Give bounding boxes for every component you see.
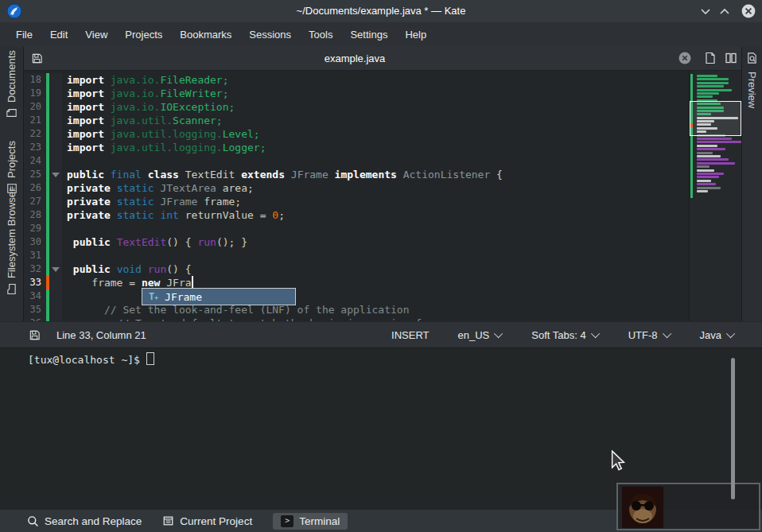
statusbar-soft-tabs-4[interactable]: Soft Tabs: 4: [531, 329, 599, 341]
class-completion-icon: T+: [149, 291, 158, 302]
line-number: 30: [24, 235, 46, 249]
minimap-row: [697, 148, 725, 150]
fold-arrow-icon[interactable]: [52, 173, 60, 177]
line-number: 33: [24, 276, 46, 289]
code-text: private static int returnValue = 0;: [67, 208, 285, 222]
monkey-avatar: [622, 487, 663, 528]
sidebar-item-preview[interactable]: Preview: [742, 47, 762, 108]
terminal-prompt: [tux@localhost ~]$: [28, 352, 154, 366]
menu-sessions[interactable]: Sessions: [240, 29, 300, 41]
code-line-24: 24: [24, 154, 741, 168]
new-document-icon[interactable]: [704, 52, 717, 64]
toolview-terminal[interactable]: >Terminal: [273, 513, 348, 530]
split-view-icon[interactable]: [725, 52, 737, 64]
toolview-current-project[interactable]: Current Project: [162, 515, 252, 527]
line-number: 19: [24, 87, 46, 100]
line-number: 21: [24, 114, 46, 127]
menu-tools[interactable]: Tools: [300, 29, 341, 41]
minimap-row: [697, 92, 719, 95]
code-editor[interactable]: 18import java.io.FileReader;19import jav…: [24, 71, 741, 321]
minimap-row: [697, 138, 732, 140]
code-text: import java.io.FileWriter;: [67, 87, 229, 100]
chevron-down-icon: [662, 329, 671, 338]
fold-column: [49, 289, 62, 303]
fold-column: [49, 208, 62, 222]
tab-bar: example.java: [24, 47, 741, 71]
minimap-row: [697, 165, 710, 168]
minimap-saved-bar: [690, 74, 693, 198]
minimap-row: [697, 78, 729, 80]
fold-column: [49, 87, 62, 100]
tab-example-java[interactable]: example.java: [24, 47, 686, 70]
sidebar-item-filesystem-browser[interactable]: Filesystem Browser: [0, 188, 23, 298]
minimap-row: [697, 169, 714, 172]
sidebar-item-label: Filesystem Browser: [6, 188, 17, 278]
statusbar-label: en_US: [458, 329, 490, 341]
menu-file[interactable]: File: [7, 29, 41, 41]
code-text: import java.util.logging.Logger;: [67, 141, 266, 154]
statusbar-utf-8[interactable]: UTF-8: [628, 329, 671, 341]
menu-projects[interactable]: Projects: [116, 29, 171, 41]
fold-column: [49, 127, 62, 141]
code-line-30: 30 public TextEdit() { run(); }: [24, 235, 741, 249]
code-line-25: 25public final class TextEdit extends JF…: [24, 168, 741, 181]
menu-view[interactable]: View: [76, 29, 116, 41]
statusbar-label: UTF-8: [628, 329, 658, 341]
statusbar-label: Soft Tabs: 4: [531, 329, 585, 341]
code-text: public void run() {: [67, 262, 192, 276]
menu-settings[interactable]: Settings: [341, 29, 396, 41]
fold-column: [49, 100, 62, 114]
minimap-row: [697, 176, 719, 178]
statusbar-label: Java: [700, 329, 721, 341]
fold-column: [49, 168, 62, 181]
line-number: 24: [24, 154, 46, 168]
line-number: 31: [24, 249, 46, 262]
code-text: private static JTextArea area;: [67, 181, 254, 195]
line-number: 34: [24, 289, 46, 303]
minimize-icon[interactable]: [698, 4, 713, 18]
editor-area: example.java 18import java.io.FileReader…: [24, 47, 741, 321]
minimap-row: [697, 190, 708, 192]
menu-edit[interactable]: Edit: [41, 29, 76, 41]
terminal-scrollbar[interactable]: [731, 358, 735, 499]
code-line-20: 20import java.io.IOException;: [24, 100, 741, 114]
completion-item-jframe[interactable]: JFrame: [165, 291, 202, 303]
toolview-search-and-replace[interactable]: Search and Replace: [27, 515, 142, 527]
minimap-viewport[interactable]: [690, 101, 741, 136]
menu-bookmarks[interactable]: Bookmarks: [171, 29, 240, 41]
code-lines: 18import java.io.FileReader;19import jav…: [24, 71, 741, 321]
left-sidebar: DocumentsProjectsFilesystem Browser: [0, 47, 24, 321]
maximize-icon[interactable]: [717, 4, 732, 18]
picture-in-picture-overlay: [616, 483, 760, 530]
statusbar-en-us[interactable]: en_US: [458, 329, 503, 341]
line-number: 25: [24, 168, 46, 181]
code-text: public final class TextEdit extends JFra…: [67, 168, 503, 181]
terminal-icon: >: [281, 515, 294, 527]
minimap-row: [697, 141, 741, 143]
chevron-down-icon: [494, 329, 503, 338]
fold-column: [49, 141, 62, 154]
code-text: import java.io.FileReader;: [67, 73, 229, 87]
code-text: import java.util.logging.Level;: [67, 127, 260, 141]
statusbar-insert[interactable]: INSERT: [391, 329, 429, 341]
tab-close-icon[interactable]: [678, 52, 691, 64]
kate-app-icon: [6, 3, 22, 19]
menu-bar: FileEditViewProjectsBookmarksSessionsToo…: [0, 22, 762, 47]
code-line-26: 26private static JTextArea area;: [24, 181, 741, 195]
minimap-row: [697, 158, 729, 161]
fold-column: [49, 181, 62, 195]
statusbar-java[interactable]: Java: [700, 329, 735, 341]
sidebar-item-documents[interactable]: Documents: [0, 50, 23, 122]
menu-help[interactable]: Help: [396, 29, 435, 41]
window-title: ~/Documents/example.java * — Kate: [0, 0, 762, 22]
save-icon[interactable]: [29, 329, 41, 341]
toolview-label: Terminal: [299, 515, 340, 527]
terminal-cursor: [146, 352, 154, 365]
close-window-icon[interactable]: [741, 4, 756, 18]
code-line-18: 18import java.io.FileReader;: [24, 73, 741, 87]
fold-arrow-icon[interactable]: [52, 267, 60, 272]
code-line-32: 32 public void run() {: [24, 262, 741, 276]
minimap-scrollbar[interactable]: [689, 71, 741, 321]
toolview-label: Search and Replace: [45, 515, 142, 527]
completion-popup[interactable]: T+ JFrame: [142, 288, 296, 305]
